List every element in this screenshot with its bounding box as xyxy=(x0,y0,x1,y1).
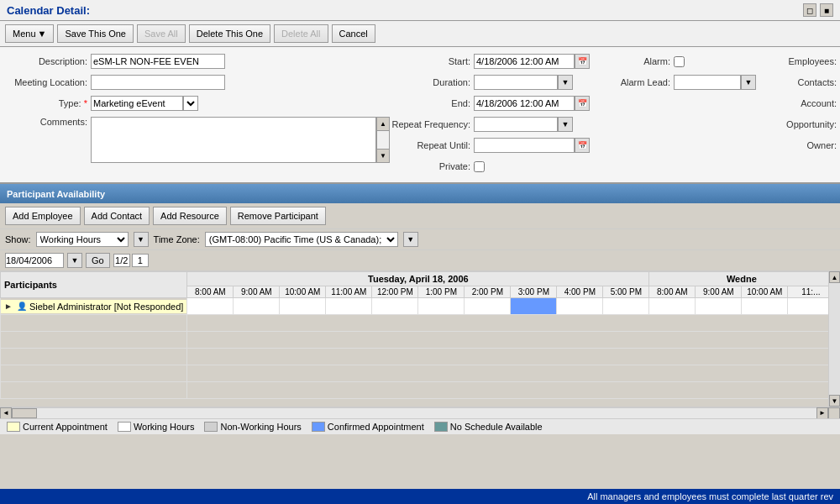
participant-name-cell: ► 👤 Siebel Administrator [Not Responded] xyxy=(1,298,187,315)
type-label: Type: * xyxy=(7,98,91,108)
cancel-button[interactable]: Cancel xyxy=(332,24,375,43)
start-input[interactable] xyxy=(474,54,575,69)
empty-participant-cell-4 xyxy=(1,365,187,382)
comments-scrollbar: ▲ ▼ xyxy=(376,117,390,163)
table-row-empty-2 xyxy=(1,332,829,349)
add-resource-button[interactable]: Add Resource xyxy=(153,207,227,225)
legend-confirmed-label: Confirmed Appointment xyxy=(328,422,424,432)
calendar-header-row: Participants Tuesday, April 18, 2006 Wed… xyxy=(1,272,829,286)
delete-this-one-button[interactable]: Delete This One xyxy=(189,24,270,43)
slot-12pm xyxy=(372,298,418,315)
alarm-lead-input[interactable] xyxy=(674,75,741,90)
repeat-frequency-row: Repeat Frequency: ▼ xyxy=(390,115,590,134)
calendar-grid-scroll[interactable]: Participants Tuesday, April 18, 2006 Wed… xyxy=(0,271,828,407)
timezone-dropdown-arrow[interactable]: ▼ xyxy=(403,232,418,247)
account-label: Account: xyxy=(756,98,840,108)
time-11am: 11:00 AM xyxy=(326,286,372,298)
participant-toolbar: Add Employee Add Contact Add Resource Re… xyxy=(0,203,840,229)
calendar-grid-area: Participants Tuesday, April 18, 2006 Wed… xyxy=(0,271,840,418)
slot-wed-11 xyxy=(788,298,828,315)
slot-11am xyxy=(326,298,372,315)
alarm-checkbox[interactable] xyxy=(674,56,685,67)
date-dropdown-icon[interactable]: ▼ xyxy=(67,253,82,268)
go-button[interactable]: Go xyxy=(86,253,110,268)
repeat-until-calendar-icon[interactable]: 📅 xyxy=(575,138,590,153)
private-checkbox[interactable] xyxy=(474,161,485,172)
horizontal-scrollbar[interactable]: ◄ ► xyxy=(0,407,840,418)
end-label: End: xyxy=(390,98,474,108)
vscroll-up-icon[interactable]: ▲ xyxy=(829,271,840,283)
restore-icon[interactable]: ◻ xyxy=(803,3,816,17)
scroll-down-icon[interactable]: ▼ xyxy=(377,149,389,162)
menu-button[interactable]: Menu ▼ xyxy=(5,24,54,43)
remove-participant-button[interactable]: Remove Participant xyxy=(230,207,326,225)
repeat-frequency-input[interactable] xyxy=(474,117,558,132)
legend-noschedule-box xyxy=(434,422,448,432)
empty-time-cells-2 xyxy=(187,332,828,349)
duration-dropdown-icon[interactable]: ▼ xyxy=(558,75,573,90)
repeat-until-row: Repeat Until: 📅 xyxy=(390,136,590,155)
comments-label: Comments: xyxy=(7,117,91,127)
start-label: Start: xyxy=(390,56,474,66)
end-input[interactable] xyxy=(474,96,575,111)
table-row: ► 👤 Siebel Administrator [Not Responded] xyxy=(1,298,829,315)
timezone-dropdown[interactable]: (GMT-08:00) Pacific Time (US & Canada); … xyxy=(205,232,398,247)
alarm-lead-contacts-row: Alarm Lead: ▼ Contacts: ▦ xyxy=(590,73,840,92)
slot-8am xyxy=(187,298,234,315)
show-label: Show: xyxy=(5,234,31,244)
end-calendar-icon[interactable]: 📅 xyxy=(575,96,590,111)
participant-header: Participant Availability xyxy=(0,184,840,203)
hscroll-corner xyxy=(828,407,840,419)
participant-section: Participant Availability Add Employee Ad… xyxy=(0,184,840,504)
meeting-location-label: Meeting Location: xyxy=(7,77,91,87)
vscroll-down-icon[interactable]: ▼ xyxy=(829,395,840,407)
page-info: 1/2 1 xyxy=(113,254,149,267)
add-employee-button[interactable]: Add Employee xyxy=(5,207,81,225)
participants-header: Participants xyxy=(1,272,187,298)
start-calendar-icon[interactable]: 📅 xyxy=(575,54,590,69)
calendar-scroll-area: Participants Tuesday, April 18, 2006 Wed… xyxy=(0,271,840,407)
slot-wed-9am xyxy=(696,298,742,315)
slot-3pm-confirmed xyxy=(511,298,557,315)
end-row: End: 📅 xyxy=(390,94,590,113)
scroll-up-icon[interactable]: ▲ xyxy=(377,118,389,131)
type-dropdown[interactable] xyxy=(183,96,198,111)
timezone-label: Time Zone: xyxy=(154,234,200,244)
duration-row: Duration: ▼ xyxy=(390,73,590,92)
vertical-scrollbar[interactable]: ▲ ▼ xyxy=(828,271,840,407)
duration-input[interactable] xyxy=(474,75,558,90)
scroll-track xyxy=(377,131,389,149)
repeat-until-input[interactable] xyxy=(474,138,575,153)
meeting-location-input[interactable] xyxy=(91,75,225,90)
time-12pm: 12:00 PM xyxy=(372,286,418,298)
delete-all-button[interactable]: Delete All xyxy=(274,24,328,43)
employees-label: Employees: xyxy=(756,56,840,66)
repeat-frequency-dropdown-icon[interactable]: ▼ xyxy=(558,117,573,132)
slot-2pm xyxy=(465,298,511,315)
alarm-lead-dropdown-icon[interactable]: ▼ xyxy=(741,75,756,90)
alarm-lead-label: Alarm Lead: xyxy=(590,77,674,87)
hscroll-thumb[interactable] xyxy=(12,408,37,418)
hscroll-left-icon[interactable]: ◄ xyxy=(0,407,12,419)
description-input[interactable] xyxy=(91,54,225,69)
save-all-button[interactable]: Save All xyxy=(137,24,186,43)
date-input[interactable] xyxy=(5,253,64,268)
close-icon[interactable]: ■ xyxy=(820,3,833,17)
owner-row: Owner: ▦ xyxy=(590,136,840,155)
hscroll-right-icon[interactable]: ► xyxy=(816,407,828,419)
row-expand-icon[interactable]: ► xyxy=(4,302,13,311)
empty-time-cells xyxy=(187,315,828,332)
description-row: Description: xyxy=(7,52,390,71)
save-this-one-button[interactable]: Save This One xyxy=(57,24,134,43)
add-contact-button[interactable]: Add Contact xyxy=(84,207,150,225)
empty-participant-cell-5 xyxy=(1,382,187,399)
time-9am: 9:00 AM xyxy=(234,286,280,298)
type-input[interactable] xyxy=(91,96,183,111)
show-dropdown[interactable]: Working Hours xyxy=(36,232,129,247)
table-row-empty-5 xyxy=(1,382,829,399)
description-label: Description: xyxy=(7,56,91,66)
title-bar: Calendar Detail: ◻ ■ xyxy=(0,0,840,21)
legend-current-box xyxy=(7,422,20,432)
show-dropdown-arrow[interactable]: ▼ xyxy=(134,232,149,247)
comments-textarea[interactable] xyxy=(91,117,376,163)
